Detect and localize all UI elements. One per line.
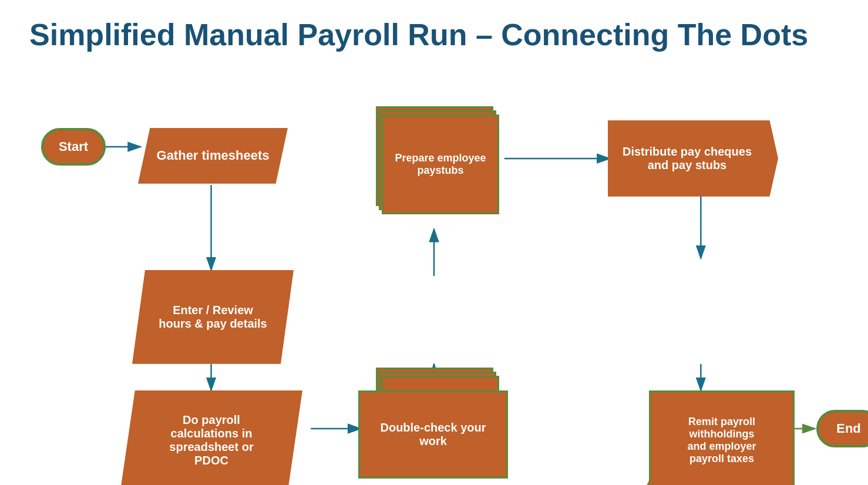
flowchart: Start Gather timesheets Enter / Review h…	[29, 76, 839, 452]
end-node: End	[816, 410, 868, 447]
remit-node: Remit payroll withholdings and employer …	[649, 390, 795, 485]
prepare-node: Prepare employee paystubs	[382, 114, 499, 214]
distribute-node: Distribute pay cheques and pay stubs	[608, 120, 778, 197]
start-node: Start	[41, 128, 106, 166]
page-title: Simplified Manual Payroll Run – Connecti…	[29, 18, 839, 53]
docalc-node: Do payroll calculations in spreadsheet o…	[120, 390, 302, 485]
gather-node: Gather timesheets	[138, 128, 288, 184]
doublecheck-node: Double-check your work	[358, 390, 508, 479]
page: Simplified Manual Payroll Run – Connecti…	[0, 0, 868, 485]
enter-node: Enter / Review hours & pay details	[132, 270, 294, 364]
